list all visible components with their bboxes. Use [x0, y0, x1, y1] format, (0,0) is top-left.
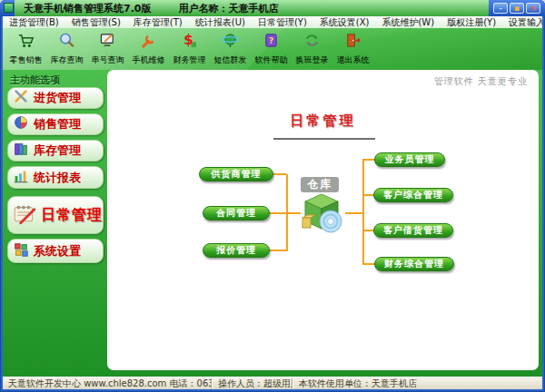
- sidebar-item-inventory[interactable]: 库存管理: [7, 140, 104, 162]
- window-controls: - ▪ ×: [493, 3, 540, 14]
- node-supplier-mgmt[interactable]: 供货商管理: [199, 167, 273, 181]
- content-panel: 管理软件 天意更专业 日常管理 仓库: [107, 70, 539, 370]
- toolbar-software-help[interactable]: ? 软件帮助: [251, 28, 292, 70]
- connector-line: [269, 250, 286, 251]
- toolbar-exit-system[interactable]: 退出系统: [332, 28, 373, 70]
- exit-door-icon: [344, 32, 362, 53]
- page-title: 日常管理: [291, 113, 356, 130]
- menu-maintenance[interactable]: 系统维护(W): [382, 16, 434, 28]
- toolbar-label: 退出系统: [337, 54, 370, 66]
- warehouse-icon: [298, 191, 345, 236]
- toolbar-stock-query[interactable]: 库存查询: [46, 28, 87, 70]
- toolbar-shift-login[interactable]: 换班登录: [292, 28, 332, 70]
- sidebar-item-label: 进货管理: [34, 90, 81, 106]
- title-underline: [273, 138, 375, 140]
- sidebar: 主功能选项 进货管理 销售管理 库存管理 统计报表 日常管理: [3, 70, 107, 377]
- status-developer-info: 天意软件开发中心 www.chle828.com 电话：0635-7987985…: [3, 377, 211, 390]
- toolbar-label: 软件帮助: [255, 54, 288, 66]
- connector-line: [272, 173, 286, 175]
- toolbar-label: 短信群发: [214, 54, 247, 66]
- toolbar-label: 换班登录: [296, 54, 329, 66]
- menu-purchase[interactable]: 进货管理(B): [9, 16, 59, 28]
- close-button[interactable]: ×: [526, 3, 540, 14]
- menu-sales[interactable]: 销售管理(S): [72, 16, 121, 28]
- sidebar-item-label: 系统设置: [34, 243, 81, 260]
- connector-line: [362, 159, 364, 265]
- wrench-icon: [140, 32, 157, 53]
- node-contract-mgmt[interactable]: 合同管理: [203, 206, 270, 220]
- node-quotation-mgmt[interactable]: 报价管理: [203, 243, 270, 258]
- menu-reports[interactable]: 统计报表(U): [195, 16, 245, 28]
- search-icon: [58, 32, 75, 53]
- books-icon: [13, 141, 29, 161]
- main-body: 主功能选项 进货管理 销售管理 库存管理 统计报表 日常管理: [3, 70, 542, 377]
- status-bar: 天意软件开发中心 www.chle828.com 电话：0635-7987985…: [3, 377, 542, 389]
- connector-line: [345, 212, 362, 214]
- svg-text:?: ?: [269, 35, 274, 45]
- cart-icon: [17, 32, 35, 53]
- node-customer-loan-mgmt[interactable]: 客户借货管理: [373, 223, 453, 238]
- toolbar: 零售销售 库存查询 串号查询 手机维修 $ 财务管理 短信群发 ? 软件帮助 换…: [3, 28, 542, 70]
- theme-button[interactable]: ▪: [510, 3, 524, 14]
- sidebar-item-label: 库存管理: [34, 142, 81, 159]
- purchase-tools-icon: [13, 88, 29, 108]
- sidebar-item-settings[interactable]: 系统设置: [7, 239, 104, 263]
- monitor-icon: [99, 32, 116, 53]
- menu-daily[interactable]: 日常管理(Y): [258, 16, 307, 28]
- minimize-button[interactable]: -: [493, 3, 508, 14]
- toolbar-label: 财务管理: [173, 54, 206, 66]
- menu-settings[interactable]: 系统设置(X): [320, 16, 370, 28]
- window-title: 天意手机销售管理系统7.0版: [24, 2, 152, 15]
- help-book-icon: ?: [263, 32, 280, 53]
- toolbar-label: 手机维修: [133, 54, 165, 66]
- toolbar-phone-repair[interactable]: 手机维修: [128, 28, 169, 70]
- satellite-icon: [222, 32, 239, 53]
- sidebar-item-purchase[interactable]: 进货管理: [7, 87, 104, 109]
- sidebar-item-label: 销售管理: [34, 116, 81, 132]
- calendar-icon: [13, 201, 36, 229]
- page-title-wrap: 日常管理: [107, 112, 539, 130]
- node-finance-mgmt[interactable]: 财务综合管理: [374, 257, 454, 271]
- toolbar-sms-broadcast[interactable]: 短信群发: [210, 28, 251, 70]
- menu-inventory[interactable]: 库存管理(T): [134, 16, 183, 28]
- toolbar-finance[interactable]: $ 财务管理: [169, 28, 210, 70]
- toolbar-label: 串号查询: [92, 54, 124, 66]
- app-window: 天意手机销售管理系统7.0版 用户名称：天意手机店 - ▪ × 进货管理(B) …: [0, 0, 545, 392]
- pie-chart-icon: [13, 114, 29, 134]
- status-operator: 操作人员：超级用户: [213, 377, 292, 390]
- sidebar-item-label: 日常管理: [41, 206, 103, 225]
- node-customer-mgmt[interactable]: 客户综合管理: [373, 188, 453, 202]
- toolbar-label: 零售销售: [10, 54, 43, 66]
- swap-icon: [303, 32, 321, 53]
- bar-chart-icon: [13, 168, 29, 188]
- title-bar: 天意手机销售管理系统7.0版 用户名称：天意手机店 - ▪ ×: [0, 0, 545, 16]
- title-bar-green-panel: 天意手机销售管理系统7.0版 用户名称：天意手机店: [15, 0, 489, 16]
- sidebar-item-sales[interactable]: 销售管理: [7, 113, 104, 135]
- user-name-label: 用户名称：天意手机店: [179, 2, 279, 15]
- toolbar-serial-query[interactable]: 串号查询: [87, 28, 128, 70]
- status-license-unit: 本软件使用单位：天意手机店: [293, 377, 542, 390]
- dollar-icon: $: [181, 32, 198, 53]
- menu-bar: 进货管理(B) 销售管理(S) 库存管理(T) 统计报表(U) 日常管理(Y) …: [3, 16, 542, 28]
- menu-register[interactable]: 版权注册(Y): [447, 16, 496, 28]
- toolbar-retail-sale[interactable]: 零售销售: [5, 28, 46, 70]
- watermark-slogan: 管理软件 天意更专业: [434, 75, 528, 88]
- sidebar-item-reports[interactable]: 统计报表: [7, 166, 104, 189]
- connector-line: [269, 212, 286, 214]
- sidebar-header: 主功能选项: [10, 74, 60, 87]
- app-icon: [4, 3, 14, 13]
- menu-input-method[interactable]: 设置输入法(Z): [509, 16, 542, 28]
- toolbar-label: 库存查询: [51, 54, 84, 66]
- svg-text:$: $: [183, 32, 193, 48]
- cubes-icon: [13, 241, 29, 261]
- node-salesman-mgmt[interactable]: 业务员管理: [374, 152, 445, 167]
- sidebar-item-label: 统计报表: [34, 170, 81, 186]
- sidebar-item-daily[interactable]: 日常管理: [7, 196, 104, 234]
